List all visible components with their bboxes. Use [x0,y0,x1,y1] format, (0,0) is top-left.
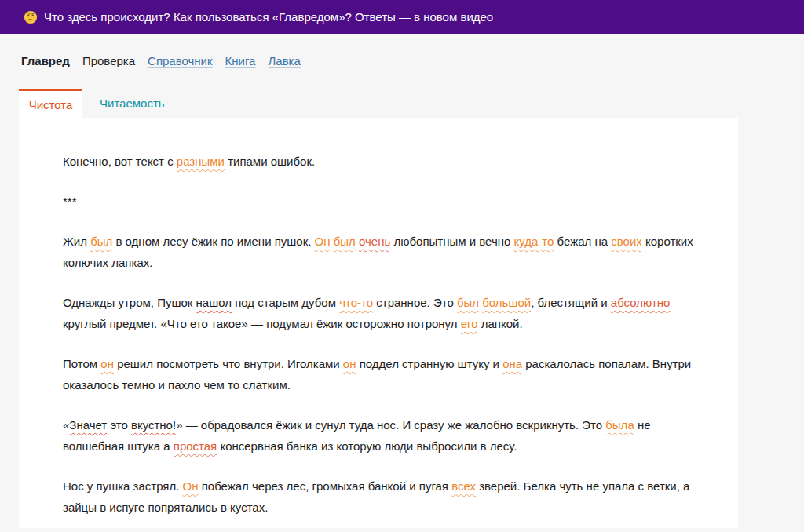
nav-item-link-лавка[interactable]: Лавка [268,54,300,67]
highlighted-word[interactable]: что-то [339,296,373,309]
paragraph: Потом он решил посмотреть что внутри. Иг… [63,353,710,395]
text-run: , блестящий и [531,296,611,309]
thinking-face-emoji-icon [24,10,38,24]
misspelled-word[interactable]: Значет [69,418,107,432]
banner-video-link[interactable]: в новом видео [414,10,493,24]
text-run: Потом [63,357,100,370]
text-run: типами ошибок. [225,155,315,168]
main-nav: ГлавредПроверкаСправочникКнигаЛавка [0,34,804,67]
text-run: Жил [63,235,90,248]
text-run: побежал через лес, громыхая банкой и пуг… [199,479,452,493]
nav-item-active-главред[interactable]: Главред [21,54,70,67]
nav-item-link-книга[interactable]: Книга [225,54,256,67]
nav-item-link-справочник[interactable]: Справочник [148,54,213,67]
paragraph: Однажды утром, Пушок нашол под старым ду… [63,292,710,334]
text-run: лапкой. [478,317,523,330]
highlighted-word[interactable]: простая [174,439,217,453]
highlighted-word[interactable]: Он [183,479,199,493]
text-run: бежал на [554,235,611,248]
nav-item-plain-проверка[interactable]: Проверка [82,54,135,67]
highlighted-word[interactable]: была [605,418,634,432]
highlighted-word[interactable]: своих [611,235,642,248]
text-run: консервная банка из которую люди выброси… [217,439,517,453]
text-run: Конечно, вот текст с [63,155,177,168]
text-run: круглый предмет. «Что ето такое» — подум… [63,317,461,330]
text-run: Нос у пушка застрял. [63,479,183,493]
highlighted-word[interactable]: куда-то [514,235,554,248]
highlighted-word[interactable]: его [461,317,478,330]
text-run: Однажды утром, Пушок [63,296,196,309]
result-tabbar: Чистота Читаемость [19,89,804,118]
highlighted-word[interactable]: он [343,357,356,370]
editor[interactable]: Конечно, вот текст с разными типами ошиб… [19,118,738,528]
text-run: любопытным и вечно [390,235,513,248]
highlighted-word[interactable]: он [100,357,114,370]
highlighted-word[interactable]: абсолютно [611,296,671,309]
tab-readability-label: Читаемость [100,97,165,110]
banner-text: Что здесь происходит? Как пользоваться «… [44,10,411,24]
tab-readability[interactable]: Читаемость [90,89,174,118]
tab-cleanliness-label: Чистота [29,98,73,111]
highlighted-word[interactable]: большой [482,296,531,309]
paragraph: «Значет это вкустно!» — обрадовался ёжик… [63,414,710,457]
tab-cleanliness[interactable]: Чистота [19,89,82,118]
highlighted-word[interactable]: был [457,296,479,309]
paragraph: Конечно, вот текст с разными типами ошиб… [63,151,710,172]
highlighted-word[interactable]: всех [451,479,476,493]
text-run: это [107,418,131,432]
text-run: решил посмотреть что внутри. Иголками [114,357,343,370]
paragraph: Жил был в одном лесу ёжик по имени пушок… [63,231,710,273]
highlighted-word[interactable]: Он [315,235,331,248]
misspelled-word[interactable]: нашол [196,296,232,309]
paragraph: Нос у пушка застрял. Он побежал через ле… [63,476,710,518]
text-run: в одном лесу ёжик по имени пушок. [112,235,314,248]
highlighted-word[interactable]: был [334,235,356,248]
text-run: *** [63,195,77,208]
highlighted-word[interactable]: очень [359,235,390,248]
text-run: странное. Это [373,296,457,309]
announcement-banner: Что здесь происходит? Как пользоваться «… [0,0,804,34]
misspelled-word[interactable]: вкустно! [131,418,176,432]
text-run: поддел странную штуку и [356,357,502,370]
highlighted-word[interactable]: был [90,235,112,248]
highlighted-word[interactable]: разными [177,155,225,168]
text-run: » — обрадовался ёжик и сунул туда нос. И… [176,418,605,432]
text-run: под старым дубом [232,296,339,309]
highlighted-word[interactable]: она [502,357,522,370]
paragraph: *** [63,191,710,212]
